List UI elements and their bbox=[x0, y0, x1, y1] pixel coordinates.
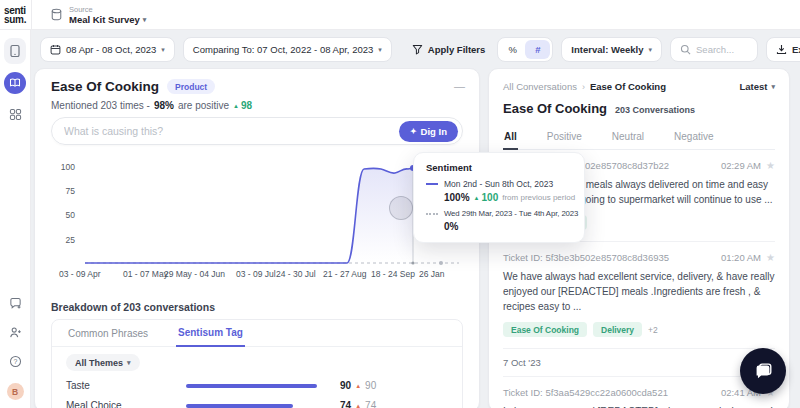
chevron-down-icon: ▾ bbox=[649, 46, 653, 53]
up-arrow-icon: ▲ bbox=[355, 403, 361, 408]
sidebar-item-feedback[interactable] bbox=[9, 296, 22, 314]
help-icon: ? bbox=[9, 355, 22, 368]
svg-text:?: ? bbox=[13, 358, 17, 365]
conversation-time: 02:29 AM bbox=[721, 160, 761, 171]
dig-in-button[interactable]: ✦ Dig In bbox=[399, 121, 458, 142]
theme-filter-dropdown[interactable]: All Themes ▾ bbox=[66, 354, 140, 371]
tab-positive[interactable]: Positive bbox=[546, 125, 583, 149]
tablet-icon bbox=[9, 44, 21, 58]
conversation-item[interactable]: Ticket ID: 5f3aa5429cc22a0600cda521 02:4… bbox=[503, 377, 775, 408]
export-label: Export bbox=[792, 44, 800, 55]
up-arrow-icon: ▲ bbox=[474, 195, 480, 201]
chevron-down-icon: ▾ bbox=[143, 16, 147, 23]
conversation-time: 01:20 AM bbox=[721, 252, 761, 263]
apps-grid-icon bbox=[9, 108, 22, 121]
open-book-icon bbox=[9, 77, 21, 89]
collapse-panel-button[interactable]: — bbox=[454, 81, 465, 92]
conversation-item[interactable]: Ticket ID: 5f3be3b502e85708c8d36935 01:2… bbox=[503, 242, 775, 349]
dig-in-label: Dig In bbox=[421, 126, 447, 137]
sentiment-tabs: All Positive Neutral Negative bbox=[503, 125, 775, 150]
topic-insight-panel: Ease Of Cooking Product — Mentioned 203 … bbox=[34, 68, 480, 408]
x-tick: 26 Jan bbox=[419, 269, 445, 279]
x-tick: 01 - 07 May bbox=[123, 269, 168, 279]
chat-widget-button[interactable] bbox=[740, 348, 786, 394]
conversation-text: I always recommend [REDACTED] wherever a… bbox=[503, 404, 775, 408]
tooltip-current-delta: 100 bbox=[482, 192, 499, 203]
chevron-down-icon: ▾ bbox=[161, 46, 165, 53]
ask-ai-bar: ✦ Dig In bbox=[51, 117, 463, 145]
up-arrow-icon: ▲ bbox=[355, 383, 361, 389]
sidebar-item-insights-active[interactable] bbox=[4, 72, 26, 94]
search-box[interactable] bbox=[670, 37, 758, 62]
comparison-end-dot bbox=[439, 261, 443, 265]
tab-all[interactable]: All bbox=[503, 125, 518, 150]
export-button[interactable]: Export bbox=[766, 37, 800, 62]
breakdown-tabs: Common Phrases Sentisum Tag bbox=[52, 320, 462, 347]
chat-bubble-icon bbox=[752, 360, 774, 382]
tooltip-current-value: 100% bbox=[444, 192, 470, 203]
positive-text: are positive bbox=[178, 100, 229, 111]
tab-neutral[interactable]: Neutral bbox=[611, 125, 645, 149]
apply-filters-button[interactable]: Apply Filters bbox=[408, 44, 490, 55]
user-avatar[interactable]: B bbox=[7, 383, 24, 400]
sidebar-item-device[interactable] bbox=[4, 38, 26, 64]
breakdown-delta: 74 bbox=[365, 400, 376, 408]
user-plus-icon bbox=[9, 326, 22, 339]
calendar-icon bbox=[50, 44, 61, 55]
positive-delta: 98 bbox=[241, 100, 252, 111]
tag-ease-of-cooking[interactable]: Ease Of Cooking bbox=[503, 322, 587, 337]
toggle-percent[interactable]: % bbox=[500, 40, 525, 59]
percent-count-toggle: % # bbox=[497, 37, 553, 62]
chevron-down-icon: ▾ bbox=[127, 359, 131, 366]
mention-count-text: Mentioned 203 times - bbox=[51, 100, 150, 111]
chat-plus-icon bbox=[9, 297, 22, 310]
tag-delivery[interactable]: Delivery bbox=[593, 322, 642, 337]
ask-ai-input[interactable] bbox=[64, 125, 399, 137]
breakdown-row-taste[interactable]: Taste 90 ▲ 90 bbox=[52, 380, 462, 391]
chevron-down-icon: ▾ bbox=[378, 46, 382, 53]
date-separator: 7 Oct '23 bbox=[503, 349, 775, 377]
tooltip-note: from previous period bbox=[502, 193, 575, 202]
sort-dropdown[interactable]: Latest ▾ bbox=[740, 81, 776, 92]
breakdown-row-meal-choice[interactable]: Meal Choice 74 ▲ 74 bbox=[52, 400, 462, 408]
x-tick: 21 - 27 Aug bbox=[323, 269, 366, 279]
x-tick: 18 - 24 Sep bbox=[371, 269, 415, 279]
sidebar-item-help[interactable]: ? bbox=[9, 354, 22, 372]
star-icon[interactable]: ★ bbox=[766, 252, 775, 263]
toggle-count[interactable]: # bbox=[525, 40, 550, 59]
ticket-id: Ticket ID: 5f3aa5429cc22a0600cda521 bbox=[503, 387, 668, 398]
source-selector[interactable]: Source Meal Kit Survey ▾ bbox=[32, 5, 146, 25]
more-tags-count[interactable]: +2 bbox=[648, 325, 658, 335]
sidebar-item-apps[interactable] bbox=[9, 108, 22, 121]
y-tick-100: 100 bbox=[61, 162, 75, 172]
database-icon bbox=[50, 8, 63, 21]
tab-sentisum-tag[interactable]: Sentisum Tag bbox=[176, 320, 245, 347]
breadcrumb-current: Ease Of Cooking bbox=[590, 81, 666, 92]
filters-toolbar: 08 Apr - 08 Oct, 2023 ▾ Comparing To: 07… bbox=[40, 36, 792, 62]
breakdown-label: Taste bbox=[66, 380, 186, 391]
comparing-to-value: Comparing To: 07 Oct, 2022 - 08 Apr, 202… bbox=[193, 44, 373, 55]
date-range-value: 08 Apr - 08 Oct, 2023 bbox=[66, 44, 156, 55]
x-axis-labels: 03 - 09 Apr 01 - 07 May 29 May - 04 Jun … bbox=[51, 269, 465, 283]
positive-percent: 98% bbox=[154, 100, 174, 111]
sidebar: ? B bbox=[0, 30, 31, 408]
sidebar-item-invite-user[interactable] bbox=[9, 325, 22, 343]
star-icon[interactable]: ★ bbox=[766, 160, 775, 171]
tab-negative[interactable]: Negative bbox=[673, 125, 714, 149]
x-tick: 03 - 09 Apr bbox=[59, 269, 101, 279]
topic-summary: Mentioned 203 times - 98% are positive ▲… bbox=[51, 100, 252, 111]
sentiment-trend-chart[interactable]: 100 75 50 25 03 - 09 Apr 01 - 07 May 29 … bbox=[51, 157, 465, 285]
y-tick-50: 50 bbox=[66, 210, 76, 220]
tooltip-previous-value: 0% bbox=[444, 221, 458, 232]
breadcrumb-all-conversations[interactable]: All Conversations bbox=[503, 81, 577, 92]
tab-common-phrases[interactable]: Common Phrases bbox=[66, 321, 150, 346]
date-range-picker[interactable]: 08 Apr - 08 Oct, 2023 ▾ bbox=[40, 37, 175, 62]
comparing-to-picker[interactable]: Comparing To: 07 Oct, 2022 - 08 Apr, 202… bbox=[183, 37, 392, 62]
tooltip-current-period: Mon 2nd - Sun 8th Oct, 2023 bbox=[444, 179, 553, 189]
tooltip-previous-period: Wed 29th Mar, 2023 - Tue 4th Apr, 2023 bbox=[444, 209, 578, 218]
sentisum-logo[interactable]: senti sum. bbox=[0, 6, 31, 24]
interval-selector[interactable]: Interval: Weekly ▾ bbox=[561, 37, 662, 62]
search-input[interactable] bbox=[696, 44, 748, 55]
breakdown-delta: 90 bbox=[365, 380, 376, 391]
conversations-title: Ease Of Cooking bbox=[503, 101, 607, 116]
